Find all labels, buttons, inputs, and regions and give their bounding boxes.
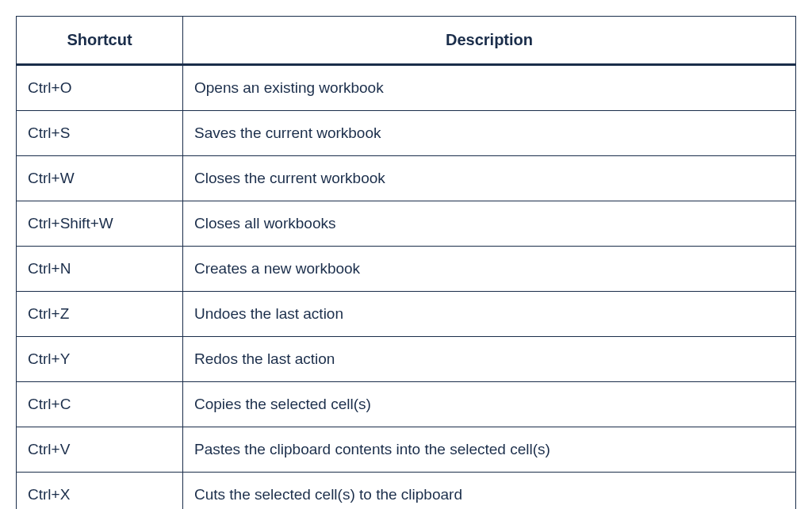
description-cell: Saves the current workbook	[183, 111, 796, 156]
table-row: Ctrl+N Creates a new workbook	[17, 247, 796, 292]
description-cell: Closes all workbooks	[183, 201, 796, 247]
table-header-row: Shortcut Description	[17, 17, 796, 65]
table-row: Ctrl+C Copies the selected cell(s)	[17, 382, 796, 427]
description-cell: Copies the selected cell(s)	[183, 382, 796, 427]
shortcut-cell: Ctrl+N	[17, 247, 183, 292]
table-row: Ctrl+Y Redos the last action	[17, 337, 796, 382]
shortcut-cell: Ctrl+V	[17, 427, 183, 473]
table-row: Ctrl+V Pastes the clipboard contents int…	[17, 427, 796, 473]
description-cell: Creates a new workbook	[183, 247, 796, 292]
shortcut-cell: Ctrl+Shift+W	[17, 201, 183, 247]
table-row: Ctrl+Shift+W Closes all workbooks	[17, 201, 796, 247]
description-cell: Pastes the clipboard contents into the s…	[183, 427, 796, 473]
shortcuts-table-container: Shortcut Description Ctrl+O Opens an exi…	[16, 16, 796, 509]
description-cell: Undoes the last action	[183, 292, 796, 337]
table-row: Ctrl+Z Undoes the last action	[17, 292, 796, 337]
shortcuts-table: Shortcut Description Ctrl+O Opens an exi…	[16, 16, 796, 509]
header-shortcut: Shortcut	[17, 17, 183, 65]
table-row: Ctrl+X Cuts the selected cell(s) to the …	[17, 473, 796, 510]
description-cell: Opens an existing workbook	[183, 65, 796, 111]
table-row: Ctrl+O Opens an existing workbook	[17, 65, 796, 111]
shortcut-cell: Ctrl+X	[17, 473, 183, 510]
table-row: Ctrl+W Closes the current workbook	[17, 156, 796, 201]
description-cell: Redos the last action	[183, 337, 796, 382]
table-row: Ctrl+S Saves the current workbook	[17, 111, 796, 156]
shortcut-cell: Ctrl+W	[17, 156, 183, 201]
shortcut-cell: Ctrl+Y	[17, 337, 183, 382]
shortcut-cell: Ctrl+C	[17, 382, 183, 427]
shortcut-cell: Ctrl+Z	[17, 292, 183, 337]
table-body: Ctrl+O Opens an existing workbook Ctrl+S…	[17, 65, 796, 510]
description-cell: Cuts the selected cell(s) to the clipboa…	[183, 473, 796, 510]
shortcut-cell: Ctrl+O	[17, 65, 183, 111]
header-description: Description	[183, 17, 796, 65]
shortcut-cell: Ctrl+S	[17, 111, 183, 156]
description-cell: Closes the current workbook	[183, 156, 796, 201]
